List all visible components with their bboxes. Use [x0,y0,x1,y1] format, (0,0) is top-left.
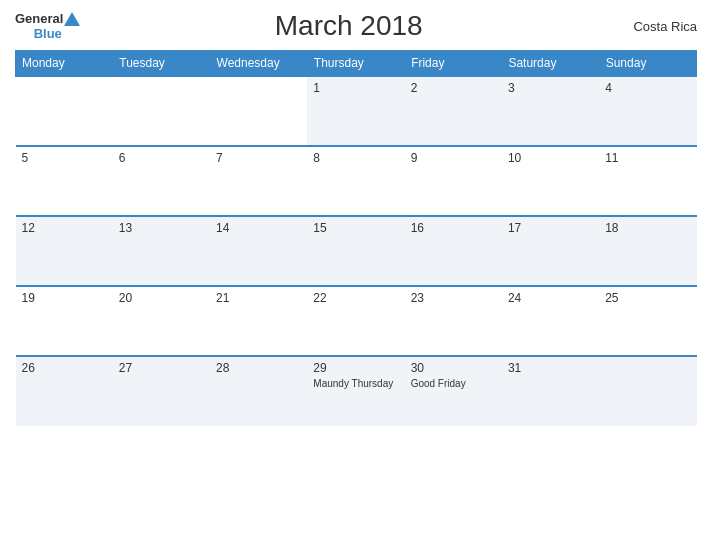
day-number: 22 [313,291,398,305]
day-number: 6 [119,151,204,165]
header-saturday: Saturday [502,51,599,77]
cell-mar-7: 7 [210,146,307,216]
cell-mar-23: 23 [405,286,502,356]
cell-mar-1: 1 [307,76,404,146]
day-number: 21 [216,291,301,305]
cell-mar-19: 19 [16,286,113,356]
country-label: Costa Rica [617,19,697,34]
day-number: 25 [605,291,690,305]
logo-triangle-icon [64,12,80,26]
day-number: 26 [22,361,107,375]
day-number: 15 [313,221,398,235]
day-number: 18 [605,221,690,235]
cell-mar-13: 13 [113,216,210,286]
cell-mar-25: 25 [599,286,696,356]
event-maundy-thursday: Maundy Thursday [313,377,398,390]
header-wednesday: Wednesday [210,51,307,77]
header-monday: Monday [16,51,113,77]
day-number: 31 [508,361,593,375]
calendar-page: General Blue March 2018 Costa Rica Monda… [0,0,712,550]
day-number: 1 [313,81,398,95]
cell-mar-20: 20 [113,286,210,356]
cell-mar-27: 27 [113,356,210,426]
cell-empty-last [599,356,696,426]
day-number: 4 [605,81,690,95]
day-number: 29 [313,361,398,375]
cell-mar-29: 29 Maundy Thursday [307,356,404,426]
week-row-3: 12 13 14 15 16 17 18 [16,216,697,286]
day-number: 27 [119,361,204,375]
event-good-friday: Good Friday [411,377,496,390]
days-header-row: Monday Tuesday Wednesday Thursday Friday… [16,51,697,77]
cell-mar-9: 9 [405,146,502,216]
week-row-5: 26 27 28 29 Maundy Thursday 30 Good Frid… [16,356,697,426]
cell-mar-2: 2 [405,76,502,146]
cell-empty-2 [113,76,210,146]
cell-mar-28: 28 [210,356,307,426]
cell-mar-14: 14 [210,216,307,286]
day-number: 10 [508,151,593,165]
header-sunday: Sunday [599,51,696,77]
cell-mar-30: 30 Good Friday [405,356,502,426]
day-number: 28 [216,361,301,375]
header-friday: Friday [405,51,502,77]
cell-mar-8: 8 [307,146,404,216]
week-row-2: 5 6 7 8 9 10 11 [16,146,697,216]
cell-mar-21: 21 [210,286,307,356]
day-number: 19 [22,291,107,305]
day-number: 23 [411,291,496,305]
day-number: 3 [508,81,593,95]
day-number: 11 [605,151,690,165]
day-number: 8 [313,151,398,165]
day-number: 24 [508,291,593,305]
cell-empty-3 [210,76,307,146]
cell-mar-3: 3 [502,76,599,146]
cell-mar-22: 22 [307,286,404,356]
logo-general: General [15,11,63,26]
calendar-title: March 2018 [80,10,617,42]
cell-mar-12: 12 [16,216,113,286]
day-number: 13 [119,221,204,235]
cell-mar-24: 24 [502,286,599,356]
week-row-1: 1 2 3 4 [16,76,697,146]
cell-mar-4: 4 [599,76,696,146]
day-number: 20 [119,291,204,305]
day-number: 12 [22,221,107,235]
day-number: 2 [411,81,496,95]
cell-mar-18: 18 [599,216,696,286]
header-thursday: Thursday [307,51,404,77]
logo: General Blue [15,11,80,41]
cell-mar-5: 5 [16,146,113,216]
cell-mar-31: 31 [502,356,599,426]
day-number: 30 [411,361,496,375]
calendar-table: Monday Tuesday Wednesday Thursday Friday… [15,50,697,426]
cell-mar-15: 15 [307,216,404,286]
day-number: 14 [216,221,301,235]
cell-mar-16: 16 [405,216,502,286]
logo-blue: Blue [34,26,62,41]
header: General Blue March 2018 Costa Rica [15,10,697,42]
cell-mar-6: 6 [113,146,210,216]
day-number: 16 [411,221,496,235]
day-number: 17 [508,221,593,235]
cell-mar-11: 11 [599,146,696,216]
week-row-4: 19 20 21 22 23 24 25 [16,286,697,356]
day-number: 5 [22,151,107,165]
cell-mar-26: 26 [16,356,113,426]
header-tuesday: Tuesday [113,51,210,77]
cell-mar-17: 17 [502,216,599,286]
cell-empty-1 [16,76,113,146]
cell-mar-10: 10 [502,146,599,216]
day-number: 9 [411,151,496,165]
day-number: 7 [216,151,301,165]
